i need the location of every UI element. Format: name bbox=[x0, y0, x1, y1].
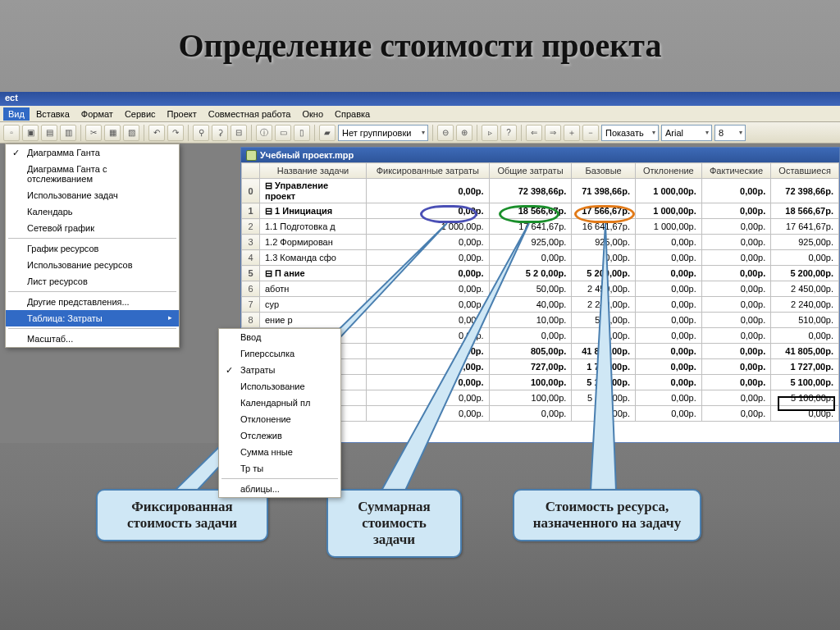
tb-print-icon[interactable]: ▥ bbox=[60, 125, 76, 141]
cell[interactable]: 0,00р. bbox=[701, 297, 770, 313]
cell[interactable]: 0,00р. bbox=[701, 219, 770, 235]
font-combo[interactable]: Arial bbox=[661, 125, 712, 141]
fontsize-combo[interactable]: 8 bbox=[714, 125, 746, 141]
tb-assign-icon[interactable]: ▯ bbox=[294, 125, 310, 141]
cell[interactable]: 7 bbox=[242, 297, 260, 313]
table-submenu-item[interactable]: Отслежив bbox=[219, 427, 340, 444]
cell[interactable]: 1 000,00р. bbox=[635, 179, 701, 203]
view-menu-item[interactable]: График ресурсов bbox=[6, 240, 179, 257]
cell[interactable]: 0,00р. bbox=[367, 281, 490, 297]
menu-service[interactable]: Сервис bbox=[120, 107, 161, 121]
cell[interactable]: 0,00р. bbox=[572, 406, 636, 422]
cell[interactable]: 0,00р. bbox=[701, 328, 770, 344]
table-row[interactable]: 1⊟ 1 Инициация0,00р.18 566,67р.17 566,67… bbox=[242, 203, 839, 219]
tb-back-icon[interactable]: ⇐ bbox=[526, 125, 542, 141]
cell[interactable]: 0,00р. bbox=[771, 328, 839, 344]
cell[interactable]: сур bbox=[260, 297, 367, 313]
cell[interactable]: 0,00р. bbox=[489, 250, 572, 266]
col-header[interactable]: Оставшиеся bbox=[771, 163, 839, 179]
cell[interactable]: 0 bbox=[242, 179, 260, 203]
cell[interactable]: 16 641,67р. bbox=[572, 219, 636, 235]
cell[interactable]: 0,00р. bbox=[572, 328, 636, 344]
tb-note-icon[interactable]: ▭ bbox=[275, 125, 291, 141]
table-row[interactable]: 5⊟ П ание0,00р.5 2 0,00р.5 200,00р.0,00р… bbox=[242, 266, 839, 281]
cell[interactable]: 0,00р. bbox=[701, 375, 770, 390]
tb-info-icon[interactable]: ⓘ bbox=[256, 125, 272, 141]
cell[interactable]: 0,00р. bbox=[367, 179, 490, 203]
cell[interactable]: 5 bbox=[242, 266, 260, 281]
menu-help[interactable]: Справка bbox=[330, 107, 375, 121]
group-combo[interactable]: Нет группировки bbox=[338, 125, 428, 141]
cell[interactable]: 727,00р. bbox=[489, 359, 572, 375]
table-row[interactable]: 31.2 Формирован0,00р.925,00р.925,00р.0,0… bbox=[242, 235, 839, 250]
cell[interactable]: 2 240,00р. bbox=[572, 297, 636, 313]
cell[interactable]: 925,00р. bbox=[771, 235, 839, 250]
cell[interactable]: 0,00р. bbox=[701, 179, 770, 203]
table-row[interactable]: 7сур0,00р.40,00р.2 240,00р.0,00р.0,00р.2… bbox=[242, 297, 839, 313]
col-header[interactable]: Отклонение bbox=[635, 163, 701, 179]
cell[interactable]: 0,00р. bbox=[367, 250, 490, 266]
tb-indent-icon[interactable]: － bbox=[582, 125, 599, 141]
cell[interactable]: 4 bbox=[242, 250, 260, 266]
view-menu-item[interactable]: Диаграмма Ганта с отслеживанием bbox=[6, 161, 179, 187]
cell[interactable]: 0,00р. bbox=[635, 328, 701, 344]
view-menu-item[interactable]: Таблица: Затраты bbox=[6, 310, 179, 326]
cell[interactable]: 0,00р. bbox=[635, 235, 701, 250]
view-dropdown[interactable]: Диаграмма ГантаДиаграмма Ганта с отслежи… bbox=[5, 144, 180, 348]
cell[interactable]: 925,00р. bbox=[489, 235, 572, 250]
cell[interactable]: 41 805,00р. bbox=[572, 344, 636, 359]
col-header[interactable] bbox=[242, 163, 260, 179]
menu-window[interactable]: Окно bbox=[297, 107, 328, 121]
cell[interactable]: 40,00р. bbox=[489, 297, 572, 313]
tb-zoomout-icon[interactable]: ⊖ bbox=[437, 125, 454, 141]
tb-open-icon[interactable]: ▣ bbox=[22, 125, 39, 141]
view-menu-item[interactable]: Сетевой график bbox=[6, 220, 179, 236]
tb-save-icon[interactable]: ▤ bbox=[41, 125, 57, 141]
cell[interactable]: ⊟ П ание bbox=[260, 266, 367, 281]
col-header[interactable]: Фиксированные затраты bbox=[367, 163, 490, 179]
cell[interactable]: 100,00р. bbox=[489, 375, 572, 390]
table-submenu-item[interactable]: Использование bbox=[219, 378, 340, 395]
table-row[interactable]: 6аботн0,00р.50,00р.2 450,00р.0,00р.0,00р… bbox=[242, 281, 839, 297]
cell[interactable]: 18 566,67р. bbox=[771, 203, 839, 219]
menu-insert[interactable]: Вставка bbox=[31, 107, 75, 121]
table-submenu-item[interactable]: Гиперссылка bbox=[219, 345, 340, 362]
cell[interactable]: 5 2 0,00р. bbox=[489, 266, 572, 281]
cell[interactable]: 0,00р. bbox=[635, 344, 701, 359]
table-submenu-item[interactable]: Затраты bbox=[219, 362, 340, 378]
cell[interactable]: 0,00р. bbox=[367, 406, 490, 422]
cell[interactable]: 0,00р. bbox=[701, 235, 770, 250]
tb-zoomin-icon[interactable]: ⊕ bbox=[456, 125, 472, 141]
cell[interactable]: 805,00р. bbox=[489, 344, 572, 359]
cell[interactable]: 0,00р. bbox=[367, 328, 490, 344]
view-menu-item[interactable]: Лист ресурсов bbox=[6, 273, 179, 290]
cell[interactable]: 0,00р. bbox=[367, 313, 490, 328]
cell[interactable]: 5 100,00р. bbox=[572, 375, 636, 390]
table-submenu-item[interactable]: аблицы... bbox=[219, 481, 340, 497]
show-combo[interactable]: Показать bbox=[601, 125, 659, 141]
menu-collab[interactable]: Совместная работа bbox=[203, 107, 296, 121]
cell[interactable]: 0,00р. bbox=[489, 406, 572, 422]
cell[interactable]: 1.3 Команда сфо bbox=[260, 250, 367, 266]
menu-format[interactable]: Формат bbox=[76, 107, 118, 121]
cell[interactable]: 0,00р. bbox=[635, 390, 701, 406]
cell[interactable]: 0,00р. bbox=[367, 235, 490, 250]
cell[interactable]: 0,00р. bbox=[367, 203, 490, 219]
cell[interactable]: 5 100,00р. bbox=[771, 375, 839, 390]
cell[interactable]: 0,00р. bbox=[635, 406, 701, 422]
tb-link-icon[interactable]: ⚲ bbox=[193, 125, 209, 141]
cell[interactable]: 0,00р. bbox=[701, 203, 770, 219]
tb-paste-icon[interactable]: ▧ bbox=[123, 125, 139, 141]
table-submenu-item[interactable]: Календарный пл bbox=[219, 395, 340, 411]
cell[interactable]: 1.1 Подготовка д bbox=[260, 219, 367, 235]
cell[interactable]: 17 641,67р. bbox=[771, 219, 839, 235]
cell[interactable]: 0,00р. bbox=[701, 313, 770, 328]
cell[interactable]: 0,00р. bbox=[701, 390, 770, 406]
cell[interactable]: 18 566,67р. bbox=[489, 203, 572, 219]
cell[interactable]: 1 727,00р. bbox=[771, 359, 839, 375]
cell[interactable]: 0,00р. bbox=[635, 281, 701, 297]
cell[interactable]: 0,00р. bbox=[701, 359, 770, 375]
tb-publish-icon[interactable]: ▰ bbox=[319, 125, 336, 141]
cell[interactable]: ение р bbox=[260, 313, 367, 328]
cell[interactable]: 0,00р. bbox=[367, 344, 490, 359]
